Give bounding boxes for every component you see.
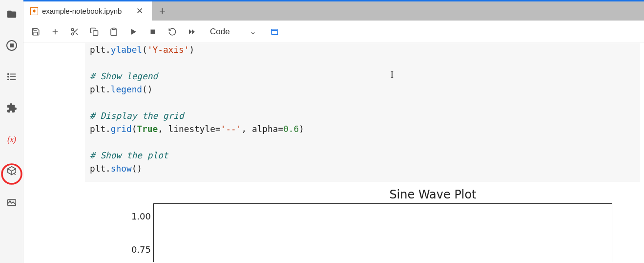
svg-rect-15 bbox=[93, 30, 98, 35]
running-kernels-icon[interactable] bbox=[6, 40, 17, 51]
toc-icon[interactable] bbox=[6, 71, 17, 82]
cell-type-label: Code bbox=[210, 27, 230, 37]
notebook-toolbar: Code ⌄ bbox=[23, 21, 644, 43]
notebook-file-icon bbox=[30, 7, 38, 15]
save-button[interactable] bbox=[31, 27, 40, 36]
y-tick-label: 0.75 bbox=[122, 244, 151, 255]
run-button[interactable] bbox=[129, 27, 138, 36]
svg-rect-16 bbox=[112, 28, 115, 29]
code-fn: legend bbox=[111, 84, 142, 94]
tab-bar: example-notebook.ipynb ✕ + bbox=[23, 0, 644, 21]
y-tick-label: 1.00 bbox=[122, 211, 151, 221]
extensions-icon[interactable] bbox=[6, 103, 17, 113]
code-text: plt. bbox=[90, 163, 111, 174]
code-fn: ylabel bbox=[111, 44, 142, 55]
code-text: , alpha= bbox=[242, 124, 284, 134]
cut-button[interactable] bbox=[70, 27, 79, 36]
svg-marker-17 bbox=[131, 29, 137, 35]
notebook-body: plt.ylabel('Y-axis') # Show legend plt.l… bbox=[23, 43, 644, 263]
code-fn: show bbox=[111, 163, 132, 174]
tab-close-button[interactable]: ✕ bbox=[134, 6, 145, 17]
paste-button[interactable] bbox=[109, 27, 118, 36]
sine-line bbox=[154, 219, 612, 262]
code-fn: grid bbox=[111, 124, 132, 134]
interrupt-button[interactable] bbox=[148, 27, 157, 36]
restart-run-all-button[interactable] bbox=[187, 27, 196, 36]
svg-rect-18 bbox=[151, 29, 155, 34]
tab-title: example-notebook.ipynb bbox=[42, 7, 122, 15]
code-str: '--' bbox=[221, 124, 242, 134]
plot-box bbox=[153, 203, 612, 262]
text-cursor-icon: I bbox=[391, 68, 394, 82]
render-button[interactable] bbox=[270, 27, 279, 36]
svg-line-13 bbox=[76, 32, 78, 34]
code-text: ) bbox=[299, 124, 304, 134]
svg-point-11 bbox=[71, 33, 74, 35]
code-num: 0.6 bbox=[283, 124, 299, 134]
package-icon[interactable] bbox=[6, 165, 17, 176]
code-kw: True bbox=[137, 124, 158, 134]
code-text: () bbox=[142, 84, 152, 94]
new-tab-button[interactable]: + bbox=[152, 1, 172, 21]
code-text: plt. bbox=[90, 44, 111, 55]
activity-bar: (x) bbox=[0, 0, 23, 263]
variable-inspector-icon[interactable]: (x) bbox=[6, 134, 17, 145]
main-area: example-notebook.ipynb ✕ + bbox=[23, 0, 644, 263]
svg-point-6 bbox=[9, 201, 10, 202]
tab-notebook[interactable]: example-notebook.ipynb ✕ bbox=[23, 1, 152, 21]
code-text: ( bbox=[142, 44, 147, 55]
code-text: () bbox=[132, 163, 142, 174]
code-comment: # Show the plot bbox=[90, 150, 168, 160]
code-cell[interactable]: plt.ylabel('Y-axis') # Show legend plt.l… bbox=[85, 43, 640, 182]
chart-title: Sine Wave Plot bbox=[222, 188, 644, 201]
svg-line-14 bbox=[73, 30, 75, 32]
cell-output: Sine Wave Plot 1.00 0.75 bbox=[85, 188, 644, 201]
cell-type-selector[interactable]: Code ⌄ bbox=[207, 26, 259, 37]
image-icon[interactable] bbox=[6, 197, 17, 207]
code-text: ) bbox=[189, 44, 194, 55]
chevron-down-icon: ⌄ bbox=[249, 26, 256, 37]
copy-button[interactable] bbox=[90, 27, 99, 36]
svg-point-10 bbox=[71, 28, 74, 31]
code-text: , linestyle= bbox=[158, 124, 220, 134]
code-comment: # Show legend bbox=[90, 71, 158, 81]
svg-point-5 bbox=[7, 79, 8, 80]
svg-marker-19 bbox=[189, 29, 192, 34]
code-str: 'Y-axis' bbox=[147, 44, 189, 55]
insert-cell-button[interactable] bbox=[51, 27, 60, 36]
svg-point-3 bbox=[7, 74, 8, 75]
code-text: plt. bbox=[90, 84, 111, 94]
folder-icon[interactable] bbox=[6, 9, 17, 20]
svg-point-4 bbox=[7, 76, 8, 77]
code-text: plt. bbox=[90, 124, 111, 134]
code-text: ( bbox=[132, 124, 137, 134]
svg-rect-21 bbox=[271, 29, 277, 34]
restart-button[interactable] bbox=[168, 27, 177, 36]
code-comment: # Display the grid bbox=[90, 110, 184, 121]
svg-marker-20 bbox=[192, 29, 195, 34]
